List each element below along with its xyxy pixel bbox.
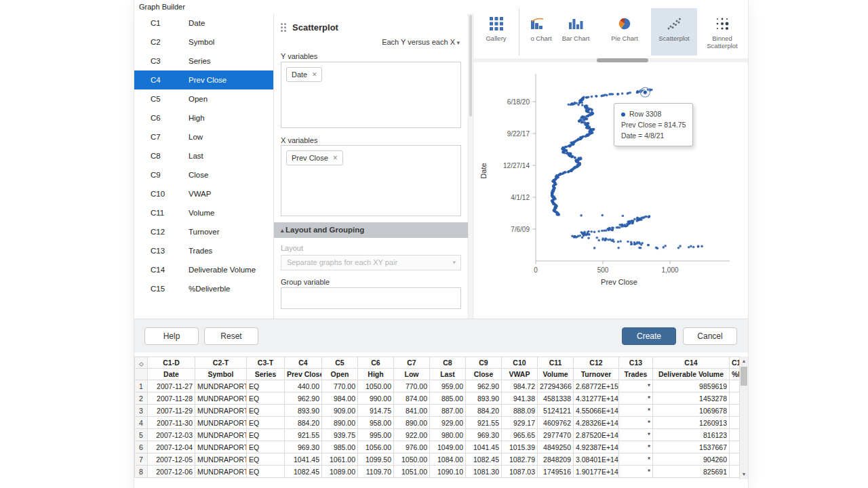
column-header-id-c11[interactable]: C11 <box>538 357 574 369</box>
cell[interactable]: 2977470 <box>538 429 574 441</box>
cell[interactable]: 2007-12-04 <box>148 441 195 453</box>
row-number[interactable]: 6 <box>135 441 148 453</box>
cell[interactable]: MUNDRAPORT <box>195 380 247 392</box>
column-header-id-c9[interactable]: C9 <box>466 357 502 369</box>
cell[interactable]: 939.75 <box>322 429 358 441</box>
cell[interactable]: EQ <box>247 405 285 417</box>
cell[interactable]: 1041.45 <box>466 441 502 453</box>
gallery-item-scatterplot[interactable]: Scatterplot <box>651 8 697 56</box>
cell[interactable]: * <box>619 417 653 429</box>
cell[interactable]: 984.00 <box>322 392 358 405</box>
cell[interactable]: 969.30 <box>466 429 502 441</box>
column-list-item-c3[interactable]: C3Series <box>134 52 273 70</box>
cell[interactable] <box>730 380 740 392</box>
cell[interactable]: 995.00 <box>358 429 394 441</box>
cell[interactable]: 2007-12-06 <box>148 466 195 478</box>
cell[interactable]: 890.00 <box>394 417 430 429</box>
column-header-id-c3-t[interactable]: C3-T <box>247 357 285 369</box>
gallery-item-gallery[interactable]: Gallery <box>473 8 519 56</box>
column-header-id-c5[interactable]: C5 <box>322 357 358 369</box>
cell[interactable]: 4.92387E+14 <box>574 441 619 453</box>
column-header-name[interactable]: Close <box>466 369 502 380</box>
cell[interactable]: 1084.00 <box>430 453 466 466</box>
column-list-item-c14[interactable]: C14Deliverable Volume <box>134 260 273 279</box>
cell[interactable]: EQ <box>247 392 285 405</box>
row-number[interactable]: 8 <box>135 466 148 478</box>
cell[interactable]: 825691 <box>653 466 730 478</box>
gallery-item-pie-chart[interactable]: Pie Chart <box>602 8 647 56</box>
cell[interactable]: 4.28326E+14 <box>574 417 619 429</box>
x-variable-chip-prev-close[interactable]: Prev Close× <box>286 150 343 165</box>
cell[interactable]: EQ <box>247 380 285 392</box>
column-header-name[interactable]: Trades <box>619 369 653 380</box>
column-header-name[interactable]: Date <box>148 369 195 380</box>
cell[interactable]: 929.17 <box>502 417 538 429</box>
cell[interactable]: 440.00 <box>285 380 322 392</box>
cell[interactable]: * <box>619 392 653 405</box>
gallery-item-bar-chart[interactable]: Bar Chart <box>553 8 598 56</box>
column-header-name[interactable]: Symbol <box>195 369 247 380</box>
column-header-id-c2-t[interactable]: C2-T <box>195 357 247 369</box>
cell[interactable]: 1090.10 <box>430 466 466 478</box>
cell[interactable]: 1015.39 <box>502 441 538 453</box>
cell[interactable]: 888.09 <box>502 405 538 417</box>
column-header-id-c14[interactable]: C14 <box>653 357 730 369</box>
scroll-up-icon[interactable] <box>740 357 748 366</box>
cell[interactable]: 965.65 <box>502 429 538 441</box>
cell[interactable]: 893.90 <box>285 405 322 417</box>
cell[interactable]: EQ <box>247 453 285 466</box>
cell[interactable]: 1050.00 <box>394 453 430 466</box>
cell[interactable]: 816123 <box>653 429 730 441</box>
cell[interactable]: 984.72 <box>502 380 538 392</box>
cell[interactable]: 3.08401E+14 <box>574 453 619 466</box>
column-header-name[interactable]: High <box>358 369 394 380</box>
help-button[interactable]: Help <box>144 327 199 345</box>
cell[interactable] <box>730 405 740 417</box>
row-number[interactable]: 2 <box>135 392 148 405</box>
cell[interactable]: 1069678 <box>653 405 730 417</box>
column-header-id-c10[interactable]: C10 <box>502 357 538 369</box>
cell[interactable]: 1260913 <box>653 417 730 429</box>
cell[interactable]: 1089.00 <box>322 466 358 478</box>
column-list-item-c8[interactable]: C8Last <box>134 146 273 165</box>
cell[interactable]: 1749516 <box>538 466 574 478</box>
layout-and-grouping-header[interactable]: Layout and Grouping <box>274 222 468 238</box>
column-header-id-c8[interactable]: C8 <box>430 357 466 369</box>
cell[interactable]: 884.20 <box>285 417 322 429</box>
cell[interactable]: 1050.00 <box>358 380 394 392</box>
reset-button[interactable]: Reset <box>204 327 258 345</box>
cell[interactable]: 1061.00 <box>322 453 358 466</box>
cell[interactable]: 2007-11-27 <box>148 380 195 392</box>
cell[interactable]: EQ <box>247 417 285 429</box>
cell[interactable]: 4.31277E+14 <box>574 392 619 405</box>
cell[interactable]: 9859619 <box>653 380 730 392</box>
column-list-item-c5[interactable]: C5Open <box>134 89 273 108</box>
cell[interactable]: MUNDRAPORT <box>195 429 247 441</box>
cell[interactable]: 1051.00 <box>394 466 430 478</box>
cell[interactable]: 976.00 <box>394 441 430 453</box>
cell[interactable]: 990.00 <box>358 392 394 405</box>
cell[interactable]: 884.20 <box>466 405 502 417</box>
cell[interactable]: MUNDRAPORT <box>195 466 247 478</box>
cell[interactable]: 2007-12-05 <box>148 453 195 466</box>
worksheet-scrollbar-thumb[interactable] <box>741 367 747 386</box>
cell[interactable]: 1.90177E+14 <box>574 466 619 478</box>
cell[interactable]: * <box>619 466 653 478</box>
cell[interactable]: 985.00 <box>322 441 358 453</box>
chip-remove-icon[interactable]: × <box>312 71 317 78</box>
cell[interactable] <box>730 466 740 478</box>
cell[interactable]: 904260 <box>653 453 730 466</box>
column-header-id-c4[interactable]: C4 <box>285 357 322 369</box>
cell[interactable]: 2007-11-30 <box>148 417 195 429</box>
cell[interactable]: 770.00 <box>322 380 358 392</box>
column-list-item-c1[interactable]: C1Date <box>134 14 273 33</box>
cancel-button[interactable]: Cancel <box>683 327 737 345</box>
column-header-name[interactable]: Open <box>322 369 358 380</box>
column-header-name[interactable]: Prev Close <box>285 369 322 380</box>
cell[interactable]: MUNDRAPORT <box>195 417 247 429</box>
worksheet-vertical-scrollbar[interactable] <box>739 357 748 479</box>
cell[interactable]: 1056.00 <box>358 441 394 453</box>
column-list-item-c15[interactable]: C15%Deliverble <box>134 279 273 298</box>
y-variable-chip-date[interactable]: Date× <box>286 67 322 82</box>
cell[interactable]: 909.00 <box>322 405 358 417</box>
